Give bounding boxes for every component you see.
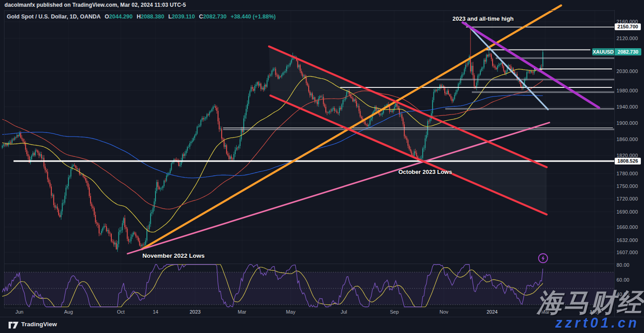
time-axis-label: May [281, 309, 301, 315]
open-value: 2044.290 [109, 14, 132, 20]
rsi-axis-label: 60.00 [617, 277, 630, 283]
price-axis-label: 1632.000 [617, 237, 638, 243]
price-axis-label: 1900.000 [617, 120, 638, 126]
long-term-ascending-trendline [142, 5, 561, 249]
time-axis-label: 14 [146, 309, 165, 315]
time-axis-label: Sep [384, 309, 404, 315]
price-axis-label: 2120.000 [617, 36, 638, 41]
annotation-november-2022-lows: November 2022 Lows [142, 252, 205, 259]
time-axis-label: Nov [434, 309, 454, 315]
annotation-october-2023-lows: October 2023 Lows [398, 169, 452, 175]
low-value: 2039.110 [172, 14, 195, 20]
last-price-badge: XAUUSD 2082.730 [592, 48, 641, 55]
price-axis-label: 1690.000 [617, 209, 638, 214]
last-price-value: 2082.730 [615, 48, 641, 55]
price-axis-label: 1660.000 [617, 224, 638, 230]
price-axis-label: 1607.000 [617, 250, 638, 255]
change-text: +38.440 (+1.88%) [231, 14, 276, 20]
symbol-legend[interactable]: Gold Spot / U.S. Dollar, 1D, OANDAO2044.… [7, 14, 276, 20]
tradingview-published-chart: dacolmanfx published on TradingView.com,… [0, 0, 644, 333]
time-axis-label: Jun [9, 309, 29, 315]
price-axis-label: 1860.000 [617, 137, 638, 142]
major-descending-trendline [463, 23, 599, 108]
time-axis-label: Mar [535, 309, 555, 315]
rsi-axis-label: 40.00 [617, 292, 630, 297]
time-axis-label: Aug [59, 309, 78, 315]
time-axis-label: 2024 [482, 309, 502, 315]
rsi-axis-label: 80.00 [617, 262, 630, 268]
time-axis-label: 2023 [185, 309, 205, 315]
price-axis-label: 2030.000 [617, 68, 638, 74]
symbol-tag: XAUUSD [592, 48, 614, 55]
close-value: 2082.730 [203, 14, 227, 20]
time-axis-label: Oct [111, 309, 131, 315]
price-axis-label: 1750.000 [617, 183, 638, 189]
high-value: 2088.380 [141, 14, 164, 20]
close-label: C [199, 14, 203, 20]
chart-canvas[interactable] [0, 0, 644, 333]
open-label: O [105, 14, 109, 20]
price-badge-support: 1808.526 [615, 158, 641, 164]
lightning-bolt-icon[interactable] [542, 255, 545, 261]
chart-stage: Gold Spot / U.S. Dollar, 1D, OANDAO2044.… [0, 0, 644, 333]
annotation-all-time-high: 2023 and all-time high [452, 15, 514, 22]
price-axis-label: 1980.000 [617, 88, 638, 93]
time-axis-label: Mar [232, 309, 252, 315]
time-axis-label: Jul [334, 309, 354, 315]
price-badge-all-time-high: 2150.700 [615, 23, 641, 30]
symbol-title[interactable]: Gold Spot / U.S. Dollar, 1D, OANDA [7, 14, 100, 20]
price-axis-label: 1720.000 [617, 196, 638, 201]
price-axis-label: 1780.000 [617, 171, 638, 176]
high-label: H [137, 14, 141, 20]
time-axis-label: May [585, 309, 605, 315]
price-axis-label: 1940.000 [617, 104, 638, 109]
low-label: L [168, 14, 172, 20]
